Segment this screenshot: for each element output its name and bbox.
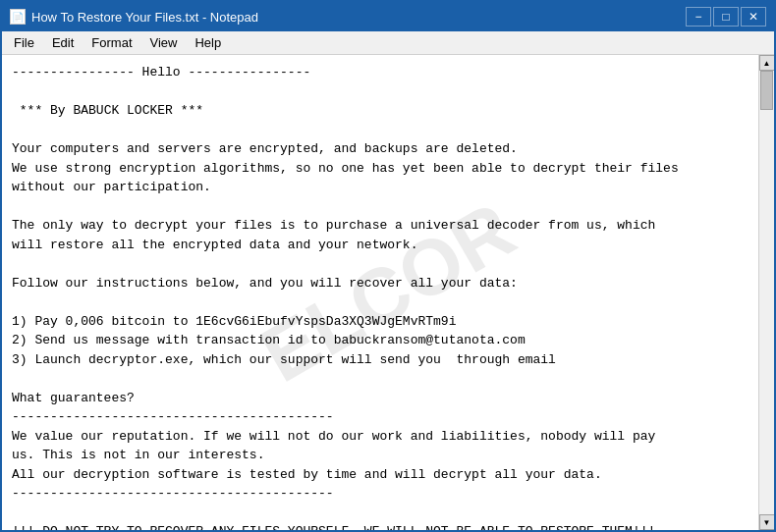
menu-file[interactable]: File: [6, 33, 42, 52]
menu-format[interactable]: Format: [83, 33, 139, 52]
scrollbar-track[interactable]: [759, 71, 774, 514]
title-bar: 📄 How To Restore Your Files.txt - Notepa…: [2, 2, 774, 31]
app-icon: 📄: [10, 9, 26, 25]
scroll-up-button[interactable]: ▲: [759, 55, 775, 71]
scroll-down-button[interactable]: ▼: [759, 514, 775, 530]
close-button[interactable]: ✕: [741, 7, 766, 27]
scrollbar-thumb[interactable]: [760, 71, 773, 110]
menu-edit[interactable]: Edit: [44, 33, 82, 52]
window-title: How To Restore Your Files.txt - Notepad: [31, 10, 258, 25]
maximize-button[interactable]: □: [713, 7, 739, 27]
menu-view[interactable]: View: [142, 33, 186, 52]
title-buttons: − □ ✕: [686, 7, 766, 27]
menu-help[interactable]: Help: [187, 33, 229, 52]
title-bar-left: 📄 How To Restore Your Files.txt - Notepa…: [10, 9, 258, 25]
minimize-button[interactable]: −: [686, 7, 711, 27]
menu-bar: File Edit Format View Help: [2, 31, 774, 55]
content-area: ELCOR ---------------- Hello -----------…: [2, 55, 774, 530]
notepad-window: 📄 How To Restore Your Files.txt - Notepa…: [0, 0, 776, 532]
text-content[interactable]: ---------------- Hello ---------------- …: [2, 55, 758, 530]
scrollbar[interactable]: ▲ ▼: [758, 55, 774, 530]
